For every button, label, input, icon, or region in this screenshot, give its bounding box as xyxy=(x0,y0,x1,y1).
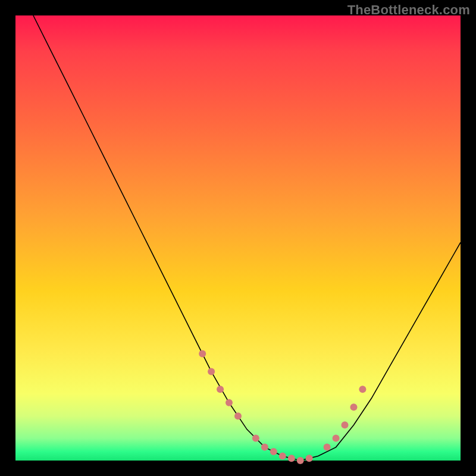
sample-dot xyxy=(279,453,286,460)
sample-dot xyxy=(199,350,206,358)
sample-dot xyxy=(261,444,268,451)
sample-dot xyxy=(288,455,295,462)
sample-dot xyxy=(324,444,331,451)
sample-dot xyxy=(306,455,313,462)
sample-dot xyxy=(208,368,215,375)
outer-frame: TheBottleneck.com xyxy=(0,0,476,476)
sample-dot xyxy=(359,386,366,393)
sample-dot xyxy=(217,386,224,393)
sample-dot xyxy=(270,448,277,455)
sample-dot xyxy=(333,435,340,442)
sample-dot xyxy=(350,403,358,411)
sample-dot xyxy=(234,412,242,419)
sample-dot xyxy=(252,435,259,442)
sample-dot xyxy=(297,457,304,464)
sample-dot xyxy=(342,421,349,428)
bottleneck-chart xyxy=(15,15,461,461)
sample-dot xyxy=(226,399,233,406)
plot-area xyxy=(15,15,461,461)
sample-dots-group xyxy=(199,350,366,465)
bottleneck-curve-path xyxy=(33,15,461,461)
